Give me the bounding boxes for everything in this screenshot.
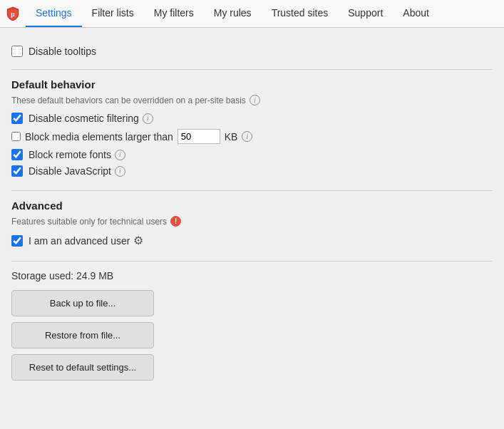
tab-trusted-sites[interactable]: Trusted sites: [262, 0, 339, 27]
default-behavior-desc: These default behaviors can be overridde…: [11, 95, 493, 105]
advanced-user-row: I am an advanced user ⚙: [11, 234, 493, 247]
block-fonts-checkbox[interactable]: [11, 149, 23, 160]
block-media-input[interactable]: [178, 129, 220, 144]
block-media-row: Block media elements larger than KB i: [11, 129, 493, 144]
tab-support[interactable]: Support: [338, 0, 393, 27]
tab-filter-lists[interactable]: Filter lists: [82, 0, 144, 27]
advanced-title: Advanced: [11, 200, 493, 212]
disable-js-info-icon[interactable]: i: [115, 166, 125, 177]
default-behavior-info-icon[interactable]: i: [250, 95, 260, 105]
advanced-user-checkbox[interactable]: [11, 235, 23, 247]
block-media-checkbox[interactable]: [11, 132, 21, 141]
disable-cosmetic-row: Disable cosmetic filtering i: [11, 113, 493, 124]
disable-tooltips-checkbox[interactable]: [11, 46, 23, 57]
disable-cosmetic-label[interactable]: Disable cosmetic filtering i: [29, 113, 153, 124]
storage-text: Storage used: 24.9 MB: [11, 270, 493, 281]
block-fonts-row: Block remote fonts i: [11, 149, 493, 160]
block-fonts-label[interactable]: Block remote fonts i: [29, 149, 125, 160]
restore-button[interactable]: Restore from file...: [11, 322, 154, 348]
block-media-info-icon[interactable]: i: [242, 131, 252, 142]
svg-text:μ: μ: [11, 10, 15, 18]
reset-button[interactable]: Reset to default settings...: [11, 354, 154, 381]
disable-tooltips-row: Disable tooltips: [11, 46, 493, 57]
content: Disable tooltips Default behavior These …: [0, 28, 504, 402]
advanced-desc: Features suitable only for technical use…: [11, 216, 493, 227]
nav-tabs: Settings Filter lists My filters My rule…: [26, 0, 504, 27]
default-behavior-section: Default behavior These default behaviors…: [11, 70, 493, 191]
tab-about[interactable]: About: [393, 0, 439, 27]
disable-js-row: Disable JavaScript i: [11, 165, 493, 177]
disable-tooltips-label[interactable]: Disable tooltips: [29, 46, 96, 57]
disable-js-checkbox[interactable]: [11, 165, 23, 177]
backup-button[interactable]: Back up to file...: [11, 290, 154, 316]
block-media-label-before[interactable]: Block media elements larger than: [25, 131, 173, 143]
nav-logo: μ: [0, 1, 26, 26]
nav-bar: μ Settings Filter lists My filters My ru…: [0, 0, 504, 28]
disable-cosmetic-info-icon[interactable]: i: [143, 113, 153, 124]
tab-my-filters[interactable]: My filters: [144, 0, 204, 27]
advanced-section: Advanced Features suitable only for tech…: [11, 191, 493, 262]
block-fonts-info-icon[interactable]: i: [115, 150, 125, 160]
disable-cosmetic-checkbox[interactable]: [11, 113, 23, 124]
default-behavior-title: Default behavior: [11, 78, 493, 91]
top-row: Disable tooltips: [11, 35, 493, 70]
gear-icon[interactable]: ⚙: [133, 234, 143, 247]
block-media-label-after: KB: [225, 131, 238, 143]
advanced-user-label[interactable]: I am an advanced user ⚙: [29, 234, 143, 247]
advanced-warning-icon[interactable]: !: [170, 216, 181, 227]
tab-settings[interactable]: Settings: [26, 0, 82, 27]
tab-my-rules[interactable]: My rules: [204, 0, 262, 27]
storage-section: Storage used: 24.9 MB Back up to file...…: [11, 262, 493, 395]
disable-js-label[interactable]: Disable JavaScript i: [29, 165, 125, 177]
